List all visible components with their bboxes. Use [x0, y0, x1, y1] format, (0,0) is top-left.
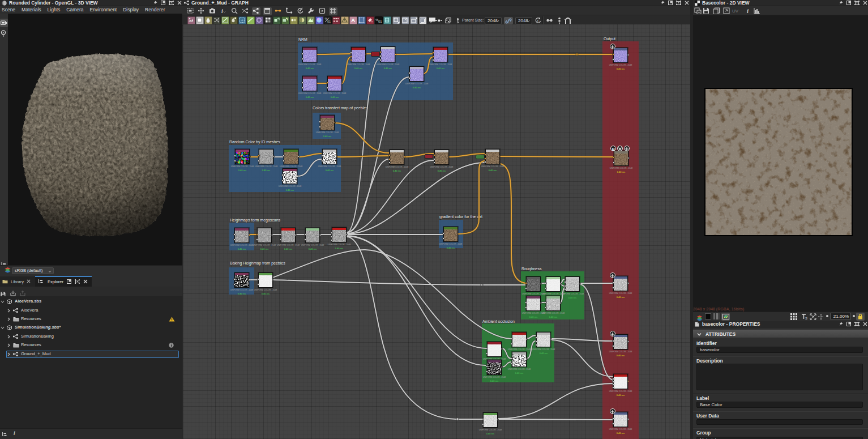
- svg-text:01: 01: [327, 20, 331, 23]
- svg-text:A: A: [351, 17, 355, 23]
- svg-text:01: 01: [378, 20, 382, 23]
- svg-text:3: 3: [537, 19, 538, 23]
- svg-text:%: %: [324, 17, 327, 20]
- svg-text:i: i: [747, 7, 749, 14]
- svg-text:UV: UV: [732, 8, 739, 14]
- svg-text:B: B: [612, 147, 615, 151]
- svg-text:i: i: [221, 8, 223, 14]
- svg-text:S: S: [805, 317, 807, 320]
